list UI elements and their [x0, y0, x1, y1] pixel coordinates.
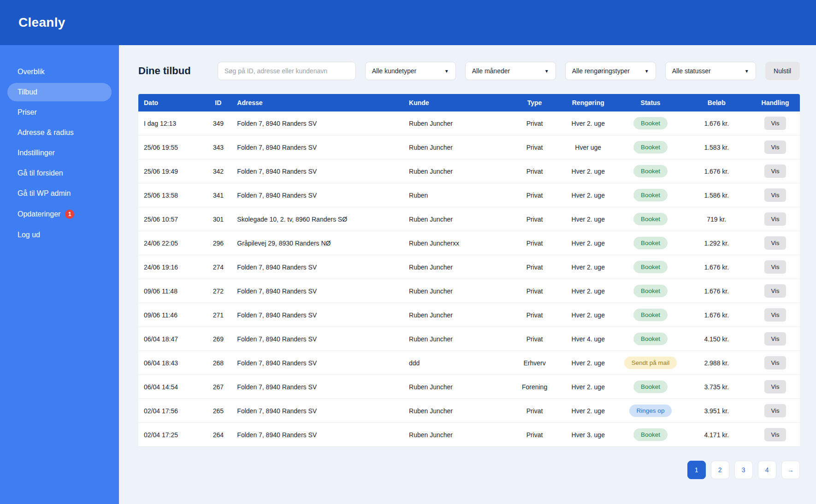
sidebar-item-adresse-radius[interactable]: Adresse & radius	[7, 123, 112, 142]
column-header-dato: Dato	[138, 94, 203, 111]
page-button-1[interactable]: 1	[687, 461, 706, 479]
cell-amount: 3.735 kr.	[682, 375, 751, 399]
cell-action: Vis	[751, 207, 799, 231]
view-button[interactable]: Vis	[764, 308, 786, 322]
cell-cleaning: Hver 2. uge	[558, 207, 619, 231]
top-header: Cleanly	[0, 0, 816, 45]
cell-action: Vis	[751, 159, 799, 183]
cell-type: Privat	[511, 207, 557, 231]
cell-customer: Ruben Juncher	[405, 375, 511, 399]
filter-maaneder[interactable]: Alle måneder▼	[465, 62, 556, 80]
filter-group: Alle kundetyper▼Alle måneder▼Alle rengør…	[365, 62, 756, 80]
cell-customer: ddd	[405, 351, 511, 375]
cell-cleaning: Hver uge	[558, 135, 619, 159]
cell-action: Vis	[751, 351, 799, 375]
filter-statusser[interactable]: Alle statusser▼	[665, 62, 756, 80]
table-row: 09/06 11:46271Folden 7, 8940 Randers SVR…	[138, 303, 800, 327]
cell-amount: 2.988 kr.	[682, 351, 751, 375]
view-button[interactable]: Vis	[764, 260, 786, 274]
cell-amount: 1.583 kr.	[682, 135, 751, 159]
cell-status: Booket	[619, 135, 682, 159]
filter-rengoeringstyper[interactable]: Alle rengøringstyper▼	[565, 62, 656, 80]
column-header-adresse: Adresse	[233, 94, 405, 111]
cell-address: Folden 7, 8940 Randers SV	[233, 375, 405, 399]
cell-action: Vis	[751, 135, 799, 159]
filter-kundetyper[interactable]: Alle kundetyper▼	[365, 62, 456, 80]
cell-amount: 4.171 kr.	[682, 423, 751, 447]
cell-status: Booket	[619, 375, 682, 399]
table-row: 25/06 10:57301Skolegade 10, 2. tv, 8960 …	[138, 207, 800, 231]
sidebar-item-indstillinger[interactable]: Indstillinger	[7, 144, 112, 162]
sidebar: OverblikTilbudPriserAdresse & radiusInds…	[0, 45, 119, 504]
cell-status: Booket	[619, 183, 682, 207]
page-button-3[interactable]: 3	[734, 461, 753, 479]
sidebar-item-label: Gå til WP admin	[18, 189, 71, 198]
sidebar-item-log-ud[interactable]: Log ud	[7, 226, 112, 244]
reset-button[interactable]: Nulstil	[765, 62, 800, 80]
view-button[interactable]: Vis	[764, 356, 786, 369]
cell-customer: Ruben Juncher	[405, 399, 511, 423]
cell-status: Ringes op	[619, 399, 682, 423]
sidebar-item-ga-til-wp-admin[interactable]: Gå til WP admin	[7, 184, 112, 203]
cell-status: Booket	[619, 111, 682, 135]
sidebar-item-opdateringer[interactable]: Opdateringer1	[7, 205, 112, 224]
view-button[interactable]: Vis	[764, 141, 786, 154]
view-button[interactable]: Vis	[764, 332, 786, 346]
cell-date: 02/04 17:25	[138, 423, 203, 447]
toolbar: Dine tilbud Alle kundetyper▼Alle måneder…	[138, 62, 800, 80]
sidebar-item-label: Tilbud	[18, 88, 37, 96]
cell-action: Vis	[751, 327, 799, 351]
cell-date: 25/06 10:57	[138, 207, 203, 231]
sidebar-item-priser[interactable]: Priser	[7, 103, 112, 122]
cell-date: I dag 12:13	[138, 111, 203, 135]
sidebar-item-label: Log ud	[18, 231, 40, 239]
view-button[interactable]: Vis	[764, 428, 786, 441]
view-button[interactable]: Vis	[764, 284, 786, 298]
cell-address: Folden 7, 8940 Randers SV	[233, 351, 405, 375]
sidebar-item-overblik[interactable]: Overblik	[7, 63, 112, 81]
sidebar-item-tilbud[interactable]: Tilbud	[7, 83, 112, 101]
page-button-2[interactable]: 2	[711, 461, 729, 479]
app-logo[interactable]: Cleanly	[18, 15, 65, 30]
chevron-down-icon: ▼	[645, 69, 649, 74]
cell-type: Privat	[511, 183, 557, 207]
chevron-down-icon: ▼	[544, 69, 549, 74]
cell-type: Privat	[511, 279, 557, 303]
search-input[interactable]	[218, 62, 356, 80]
cell-customer: Ruben Juncher	[405, 327, 511, 351]
column-header-type: Type	[511, 94, 557, 111]
cell-action: Vis	[751, 423, 799, 447]
cell-address: Folden 7, 8940 Randers SV	[233, 135, 405, 159]
column-header-bel-b: Beløb	[682, 94, 751, 111]
cell-cleaning: Hver 2. uge	[558, 303, 619, 327]
cell-date: 09/06 11:46	[138, 303, 203, 327]
view-button[interactable]: Vis	[764, 404, 786, 417]
cell-type: Privat	[511, 159, 557, 183]
view-button[interactable]: Vis	[764, 117, 786, 130]
cell-type: Privat	[511, 303, 557, 327]
cell-cleaning: Hver 2. uge	[558, 183, 619, 207]
view-button[interactable]: Vis	[764, 164, 786, 178]
sidebar-item-label: Indstillinger	[18, 149, 55, 157]
cell-id: 349	[203, 111, 233, 135]
cell-action: Vis	[751, 375, 799, 399]
cell-cleaning: Hver 2. uge	[558, 231, 619, 255]
cell-address: Folden 7, 8940 Randers SV	[233, 183, 405, 207]
sidebar-item-ga-til-forsiden[interactable]: Gå til forsiden	[7, 164, 112, 182]
status-badge: Booket	[633, 141, 668, 153]
column-header-kunde: Kunde	[405, 94, 511, 111]
view-button[interactable]: Vis	[764, 212, 786, 226]
view-button[interactable]: Vis	[764, 236, 786, 250]
status-badge: Booket	[633, 428, 668, 441]
cell-date: 25/06 19:55	[138, 135, 203, 159]
status-badge: Booket	[633, 117, 668, 129]
status-badge: Booket	[633, 189, 668, 201]
view-button[interactable]: Vis	[764, 380, 786, 393]
view-button[interactable]: Vis	[764, 188, 786, 202]
cell-action: Vis	[751, 255, 799, 279]
cell-address: Folden 7, 8940 Randers SV	[233, 111, 405, 135]
next-page-button[interactable]: →	[781, 461, 800, 479]
cell-id: 268	[203, 351, 233, 375]
filter-label: Alle måneder	[472, 67, 510, 75]
page-button-4[interactable]: 4	[758, 461, 776, 479]
